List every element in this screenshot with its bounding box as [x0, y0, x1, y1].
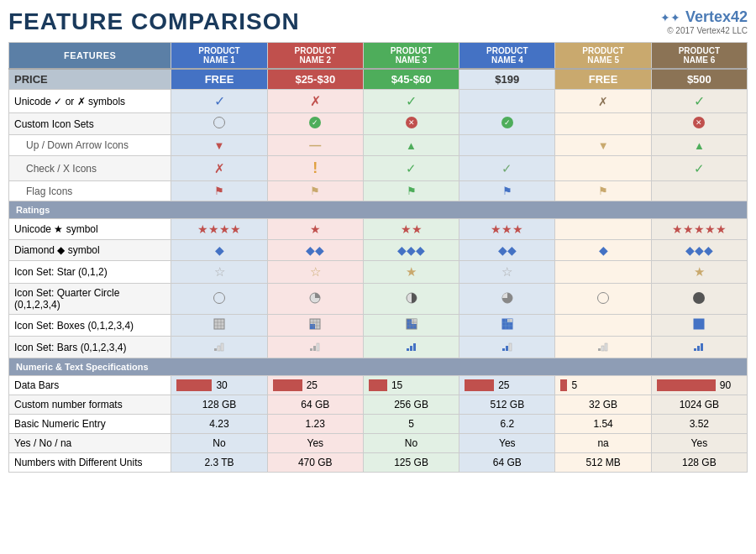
cell-p3: ★★	[363, 219, 459, 240]
cell-p3	[363, 284, 459, 315]
star-icon: ★★★★	[197, 222, 241, 236]
cell-p4: ☆	[459, 261, 555, 284]
row-label: Check / X Icons	[9, 156, 171, 181]
cell-p4: 512 GB	[459, 395, 555, 415]
p4-header: PRODUCTNAME 4	[459, 43, 555, 70]
cell-p2: !	[267, 156, 363, 181]
cell-p2: 470 GB	[267, 453, 363, 473]
bars-icon	[501, 340, 513, 352]
star-outline-icon: ☆	[214, 264, 225, 279]
cell-p6: 128 GB	[651, 453, 747, 473]
svg-rect-35	[413, 343, 416, 351]
svg-rect-15	[412, 319, 417, 324]
svg-rect-26	[694, 319, 704, 329]
cell-p6	[651, 181, 747, 201]
column-header-row: FEATURES PRODUCTNAME 1 PRODUCTNAME 2 PRO…	[9, 43, 748, 70]
section-label: Numeric & Text Specifications	[9, 358, 748, 376]
cell-p1: 128 GB	[171, 395, 267, 415]
bar-value: 25	[498, 379, 509, 391]
svg-rect-44	[701, 343, 703, 351]
table-row: Unicode ★ symbol ★★★★ ★ ★★ ★★★ ★★★★★	[9, 219, 748, 240]
bar-value: 90	[720, 379, 731, 391]
row-label: Diamond ◆ symbol	[9, 240, 171, 261]
circle-red-icon	[406, 117, 417, 128]
table-row: Yes / No / na No Yes No Yes na Yes	[9, 434, 748, 453]
cell-p6: ★	[651, 261, 747, 284]
cell-p5: 1.54	[555, 415, 651, 434]
quarter-circle-icon	[597, 292, 609, 304]
cell-p5: ▼	[555, 135, 651, 156]
circle-green-icon	[309, 117, 321, 128]
cell-p4	[459, 135, 555, 156]
cell-p2	[267, 113, 363, 135]
cell-p5	[555, 156, 651, 181]
cell-p4: ★★★	[459, 219, 555, 240]
table-row: Up / Down Arrow Icons ▼ — ▲ ▼ ▲	[9, 135, 748, 156]
star-full-icon: ★	[406, 264, 417, 279]
data-bar-container: 5	[560, 379, 645, 391]
arrow-down-icon: ▼	[598, 139, 609, 152]
price-p5: FREE	[555, 69, 651, 90]
cell-p6: ✓	[651, 156, 747, 181]
check-icon: ✓	[406, 94, 417, 108]
cell-p3: ⚑	[363, 181, 459, 201]
cell-p3	[363, 337, 459, 358]
check-icon: ✓	[214, 94, 225, 108]
cell-p2: 25	[267, 376, 363, 395]
arrow-down-icon: ▼	[214, 139, 225, 152]
cell-p6: 90	[651, 376, 747, 395]
table-row: Custom Icon Sets	[9, 113, 748, 135]
table-row: Custom number formats 128 GB 64 GB 256 G…	[9, 395, 748, 415]
quarter-circle-icon	[501, 292, 513, 304]
cell-p5	[555, 261, 651, 284]
logo-text: Vertex42	[685, 8, 748, 25]
logo-area: ✦✦ Vertex42 © 2017 Vertex42 LLC	[660, 8, 748, 35]
cell-p4: 64 GB	[459, 453, 555, 473]
bar-value: 30	[216, 379, 227, 391]
data-bar	[369, 379, 387, 391]
cell-p2: ☆	[267, 261, 363, 284]
cell-p4	[459, 113, 555, 135]
svg-rect-30	[310, 348, 312, 351]
section-header-numeric: Numeric & Text Specifications	[9, 358, 748, 376]
cell-p5: 5	[555, 376, 651, 395]
diamond-icon: ◆◆◆	[397, 243, 425, 257]
price-p6: $500	[651, 69, 747, 90]
table-row: Numbers with Different Units 2.3 TB 470 …	[9, 453, 748, 473]
price-p3: $45-$60	[363, 69, 459, 90]
row-label: Data Bars	[9, 376, 171, 395]
cell-p4: ◆◆	[459, 240, 555, 261]
logo-brand: ✦✦ Vertex42	[660, 8, 748, 26]
cell-p4	[459, 284, 555, 315]
cell-p3: ✓	[363, 156, 459, 181]
svg-rect-38	[509, 343, 512, 351]
svg-rect-36	[502, 348, 505, 351]
data-bar	[560, 379, 567, 391]
page-title: FEATURE COMPARISON	[8, 8, 300, 35]
bars-icon	[693, 340, 705, 352]
box-icon	[693, 318, 705, 330]
price-p2: $25-$30	[267, 69, 363, 90]
flag-icon: ⚑	[407, 185, 417, 197]
svg-rect-33	[407, 348, 409, 351]
row-label: Icon Set: Quarter Circle (0,1,2,3,4)	[9, 284, 171, 315]
cell-p3: No	[363, 434, 459, 453]
circle-green-icon	[501, 117, 513, 128]
box-icon	[213, 318, 225, 330]
cell-p1: 30	[171, 376, 267, 395]
svg-rect-32	[317, 343, 319, 351]
cell-p4: 6.2	[459, 415, 555, 434]
data-bar-container: 90	[657, 379, 742, 391]
row-label: Icon Set: Bars (0,1,2,3,4)	[9, 337, 171, 358]
cell-p2: 64 GB	[267, 395, 363, 415]
cell-p4	[459, 90, 555, 113]
cross-icon: ✗	[214, 161, 225, 175]
data-bar-container: 25	[273, 379, 358, 391]
cell-p1	[171, 284, 267, 315]
cell-p4: ✓	[459, 156, 555, 181]
cell-p3: 15	[363, 376, 459, 395]
box-icon	[309, 318, 321, 330]
flag-icon: ⚑	[598, 185, 608, 197]
svg-rect-31	[313, 346, 316, 351]
row-label: Unicode ✓ or ✗ symbols	[9, 90, 171, 113]
